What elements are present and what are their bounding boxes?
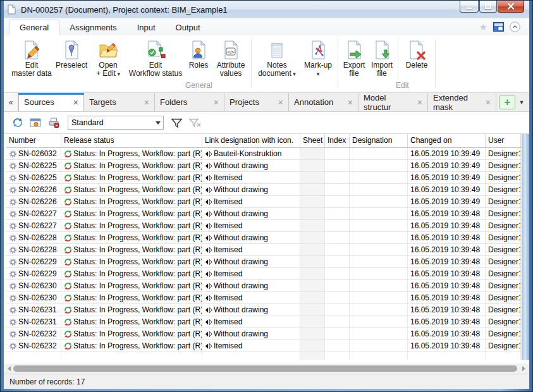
tab-scroll-left-button[interactable]: « (4, 93, 18, 111)
attribute-values-icon: </> (221, 40, 241, 60)
link-arrows-icon (205, 151, 212, 157)
tab-extended-mask[interactable]: Extended mask× (428, 93, 496, 111)
column-header-changed-on[interactable]: Changed on (408, 134, 486, 147)
workflow-cycle-icon (64, 282, 72, 290)
minimize-button[interactable] (460, 1, 479, 13)
tab-projects[interactable]: Projects× (224, 93, 289, 111)
tab-general[interactable]: General (9, 20, 59, 35)
tab-sources[interactable]: Sources× (18, 93, 84, 111)
tab-close-icon[interactable]: × (278, 97, 283, 107)
tab-close-icon[interactable]: × (73, 97, 78, 107)
table-row[interactable]: SN-026231Status: In Progress, Workflow: … (6, 316, 529, 328)
scroll-right-arrow-icon[interactable] (522, 366, 525, 371)
gear-icon (9, 282, 17, 290)
column-header-link-designation[interactable]: Link designation with icon. (202, 134, 300, 147)
refresh-icon[interactable] (13, 118, 23, 128)
table-row[interactable]: SN-026225Status: In Progress, Workflow: … (6, 160, 529, 172)
edit-master-data-button[interactable]: Editmaster data (10, 39, 53, 78)
attribute-values-button[interactable]: </> Attributevalues (212, 39, 249, 78)
link-arrows-icon (205, 259, 212, 265)
minimize-icon (467, 8, 472, 9)
tab-folders[interactable]: Folders× (155, 93, 224, 111)
export-file-icon (344, 40, 364, 60)
open-edit-icon (98, 40, 118, 60)
table-row[interactable]: SN-026230Status: In Progress, Workflow: … (6, 280, 529, 292)
mark-up-button[interactable]: Mark-up (300, 39, 336, 78)
workflow-cycle-icon (64, 330, 72, 338)
link-arrows-icon (205, 271, 212, 277)
add-tab-button[interactable]: + (499, 95, 515, 109)
tab-annotation[interactable]: Annotation× (289, 93, 358, 111)
tab-input[interactable]: Input (127, 20, 166, 35)
table-row[interactable]: SN-026230Status: In Progress, Workflow: … (6, 292, 529, 304)
table-row[interactable]: SN-026032Status: In Progress, Workflow: … (6, 148, 529, 160)
import-file-button[interactable]: Importfile (368, 39, 396, 78)
workflow-cycle-icon (64, 294, 72, 302)
tab-close-icon[interactable]: × (348, 97, 353, 107)
workflow-cycle-icon (64, 150, 72, 158)
titlebar[interactable]: DN-000257 (Document), Project context: B… (4, 1, 529, 18)
edit-master-data-icon (21, 40, 42, 60)
document-tab-bar: « Sources× Targets× Folders× Projects× A… (4, 92, 529, 112)
print-icon[interactable] (48, 118, 59, 128)
table-row[interactable]: SN-026228Status: In Progress, Workflow: … (6, 244, 529, 256)
table-row[interactable]: SN-026229Status: In Progress, Workflow: … (6, 256, 529, 268)
records-table: Number Release status Link designation w… (4, 133, 529, 360)
workflow-cycle-icon (64, 222, 72, 230)
maximize-button[interactable] (479, 1, 497, 13)
workflow-cycle-icon (64, 306, 72, 314)
table-row[interactable]: SN-026232Status: In Progress, Workflow: … (6, 328, 529, 340)
table-row[interactable]: SN-026226Status: In Progress, Workflow: … (6, 196, 529, 208)
edit-workflow-status-button[interactable]: EditWorkflow status (126, 39, 185, 78)
table-row[interactable]: SN-026229Status: In Progress, Workflow: … (6, 268, 529, 280)
collapse-ribbon-icon[interactable] (510, 21, 520, 32)
open-edit-button[interactable]: Open+ Edit (90, 39, 126, 78)
link-arrows-icon (205, 343, 212, 349)
ribbon: Editmaster data Preselect Open+ Edit Edi… (4, 35, 529, 92)
favorite-star-icon[interactable]: ★ (479, 22, 487, 32)
column-header-index[interactable]: Index (325, 134, 350, 147)
gear-icon (9, 258, 17, 266)
horizontal-scrollbar-thumb[interactable] (13, 365, 517, 372)
tab-targets[interactable]: Targets× (84, 93, 155, 111)
tab-close-icon[interactable]: × (486, 97, 491, 107)
app-window: DN-000257 (Document), Project context: B… (0, 0, 533, 392)
tab-list-dropdown-button[interactable]: ▼ (516, 95, 527, 109)
horizontal-scrollbar[interactable] (4, 364, 529, 374)
tab-close-icon[interactable]: × (214, 97, 219, 107)
roles-button[interactable]: Roles (185, 39, 212, 70)
notes-document-button[interactable]: Notesdocument (254, 39, 300, 78)
table-row[interactable]: SN-026227Status: In Progress, Workflow: … (6, 220, 529, 232)
table-row[interactable]: SN-026232Status: In Progress, Workflow: … (6, 340, 529, 352)
export-file-button[interactable]: Exportfile (340, 39, 368, 78)
link-arrows-icon (205, 163, 212, 169)
table-row[interactable]: SN-026226Status: In Progress, Workflow: … (6, 184, 529, 196)
tab-output[interactable]: Output (166, 20, 211, 35)
column-header-designation[interactable]: Designation (350, 134, 408, 147)
column-header-number[interactable]: Number (6, 134, 61, 147)
vertical-scrollbar[interactable] (522, 134, 529, 360)
table-body: SN-026032Status: In Progress, Workflow: … (6, 148, 529, 352)
preselect-button[interactable]: Preselect (53, 39, 90, 70)
grid-toolbar: Standard (4, 112, 529, 133)
open-in-window-icon[interactable] (30, 118, 41, 128)
view-selector-dropdown[interactable]: Standard (68, 116, 164, 130)
column-header-sheet[interactable]: Sheet (300, 134, 325, 147)
close-button[interactable] (498, 1, 524, 13)
column-header-user[interactable]: User (486, 134, 521, 147)
clear-filter-icon[interactable] (189, 118, 201, 128)
delete-button[interactable]: Delete (400, 39, 433, 70)
scroll-left-arrow-icon[interactable] (8, 366, 11, 371)
tab-assignments[interactable]: Assignments (59, 20, 126, 35)
tab-model-structure[interactable]: Model structur× (358, 93, 428, 111)
table-row[interactable]: SN-026225Status: In Progress, Workflow: … (6, 172, 529, 184)
table-row[interactable]: SN-026231Status: In Progress, Workflow: … (6, 304, 529, 316)
panel-window-icon[interactable] (493, 22, 504, 32)
gear-icon (9, 246, 17, 254)
tab-close-icon[interactable]: × (144, 97, 149, 107)
table-row[interactable]: SN-026227Status: In Progress, Workflow: … (6, 208, 529, 220)
table-row[interactable]: SN-026228Status: In Progress, Workflow: … (6, 232, 529, 244)
column-header-release-status[interactable]: Release status (61, 134, 202, 147)
tab-close-icon[interactable]: × (417, 97, 422, 107)
filter-icon[interactable] (171, 118, 182, 128)
